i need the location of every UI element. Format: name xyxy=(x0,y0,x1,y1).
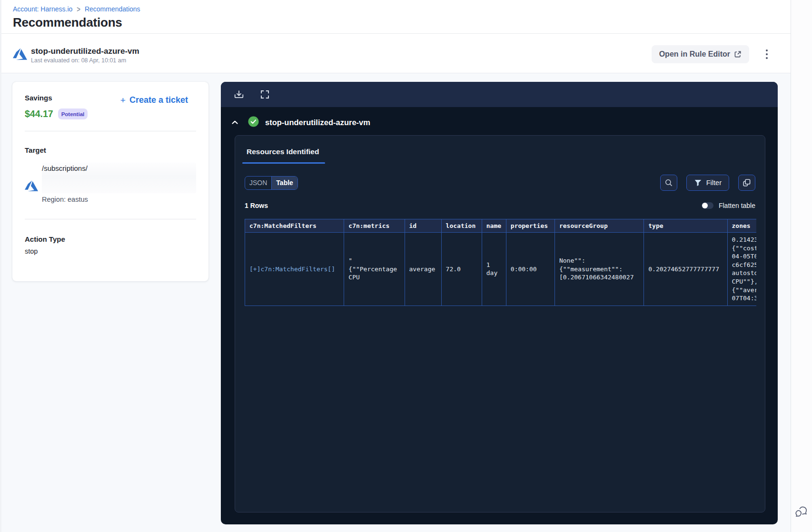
target-region: Region: eastus xyxy=(41,196,196,203)
panel-rule-name: stop-underutilized-azure-vm xyxy=(265,118,370,127)
rule-header-strip: stop-underutilized-azure-vm Last evaluat… xyxy=(1,34,791,73)
chat-bubbles-icon xyxy=(795,506,808,518)
tab-resources-identified[interactable]: Resources Identified xyxy=(245,148,319,156)
cell-name: 1 day xyxy=(482,233,506,306)
open-in-rule-editor-button[interactable]: Open in Rule Editor xyxy=(652,45,749,63)
target-label: Target xyxy=(25,146,196,154)
rule-result-row: stop-underutilized-azure-vm xyxy=(231,116,778,129)
success-status xyxy=(248,116,259,129)
savings-row: Savings + Create a ticket xyxy=(25,94,196,105)
cell-type: 0.20274652777777777 xyxy=(644,233,727,306)
breadcrumb-account-link[interactable]: Account: Harness.io xyxy=(13,5,72,13)
savings-label: Savings xyxy=(25,94,52,102)
azure-target-icon xyxy=(25,179,38,193)
target-path: /subscriptions/ xyxy=(41,164,196,172)
chevron-up-icon xyxy=(231,119,238,126)
breadcrumb-separator-icon: > xyxy=(77,5,80,14)
rule-identity: stop-underutilized-azure-vm Last evaluat… xyxy=(13,45,139,62)
table-row: [+]c7n:MatchedFilters[] " {""Percentage … xyxy=(245,233,757,306)
cell-matchedfilters: [+]c7n:MatchedFilters[] xyxy=(245,233,344,306)
copy-button[interactable] xyxy=(738,175,755,191)
rule-name: stop-underutilized-azure-vm xyxy=(31,47,139,56)
rule-last-evaluated: Last evaluated on: 08 Apr, 10:01 am xyxy=(31,57,139,64)
savings-card: Savings + Create a ticket $44.17 Potenti… xyxy=(12,82,208,281)
external-link-icon xyxy=(734,50,742,58)
cell-resourcegroup: None"": {""measurement"": [0.20671066342… xyxy=(555,233,644,306)
rows-summary: 1 Rows Flatten table xyxy=(245,202,755,209)
cell-metrics: " {""Percentage CPU xyxy=(344,233,405,306)
fullscreen-button[interactable] xyxy=(259,89,270,100)
panel-toolbar xyxy=(221,82,778,107)
divider xyxy=(25,219,196,219)
col-id: id xyxy=(405,219,441,233)
right-gutter xyxy=(791,0,812,532)
chat-help-button[interactable] xyxy=(795,506,808,518)
savings-amount: $44.17 xyxy=(25,108,53,119)
breadcrumb-recommendations-link[interactable]: Recommendations xyxy=(85,5,140,13)
page-title: Recommendations xyxy=(13,15,791,30)
col-location: location xyxy=(441,219,482,233)
tabs: Resources Identified xyxy=(245,148,755,164)
cell-properties: 0:00:00 xyxy=(506,233,555,306)
table-header-row: c7n:MatchedFilters c7n:metrics id locati… xyxy=(245,219,757,233)
create-ticket-button[interactable]: + Create a ticket xyxy=(120,95,188,105)
kebab-dot xyxy=(766,53,768,56)
action-type-value: stop xyxy=(25,247,196,255)
cell-id: average xyxy=(405,233,441,306)
rule-title-block: stop-underutilized-azure-vm Last evaluat… xyxy=(31,47,139,64)
kebab-dot xyxy=(766,57,768,59)
col-name: name xyxy=(482,219,506,233)
main-column: Account: Harness.io > Recommendations Re… xyxy=(0,0,791,532)
table-controls: JSON Table xyxy=(245,175,755,191)
view-json-button[interactable]: JSON xyxy=(245,177,271,189)
top-header: Account: Harness.io > Recommendations Re… xyxy=(1,0,791,34)
results-table: c7n:MatchedFilters c7n:metrics id locati… xyxy=(245,219,756,306)
kebab-dot xyxy=(766,49,768,52)
filter-button[interactable]: Filter xyxy=(686,175,729,191)
rows-count: 1 Rows xyxy=(245,202,268,209)
copy-icon xyxy=(742,178,752,187)
page: Account: Harness.io > Recommendations Re… xyxy=(0,0,812,532)
create-ticket-label: Create a ticket xyxy=(129,95,188,105)
col-c7n-matchedfilters: c7n:MatchedFilters xyxy=(245,219,344,233)
fullscreen-icon xyxy=(260,89,270,99)
results-table-container[interactable]: c7n:MatchedFilters c7n:metrics id locati… xyxy=(245,219,756,306)
search-icon xyxy=(664,178,673,187)
rule-output-panel: stop-underutilized-azure-vm Resources Id… xyxy=(221,82,778,524)
resources-panel: Resources Identified JSON Table xyxy=(235,135,765,512)
check-circle-icon xyxy=(248,116,259,127)
download-icon xyxy=(234,89,244,100)
plus-icon: + xyxy=(120,97,126,104)
open-in-rule-editor-label: Open in Rule Editor xyxy=(659,50,730,59)
content-area: Savings + Create a ticket $44.17 Potenti… xyxy=(1,73,791,532)
action-type-label: Action Type xyxy=(25,235,196,243)
col-c7n-metrics: c7n:metrics xyxy=(344,219,405,233)
flatten-label: Flatten table xyxy=(719,202,755,209)
search-button[interactable] xyxy=(660,175,677,191)
cell-location: 72.0 xyxy=(441,233,482,306)
cell-zones: 0.214236 {""cost 04-05T06 c6cf6256 autos… xyxy=(727,233,756,306)
azure-logo-icon xyxy=(13,47,27,61)
matchedfilters-expand-link[interactable]: [+]c7n:MatchedFilters[] xyxy=(249,266,335,273)
col-type: type xyxy=(644,219,727,233)
target-info: /subscriptions/ Region: eastus xyxy=(41,164,196,203)
col-resourcegroup: resourceGroup xyxy=(555,219,644,233)
filter-label: Filter xyxy=(706,179,722,187)
divider xyxy=(25,131,196,131)
flatten-control: Flatten table xyxy=(702,202,755,209)
filter-icon xyxy=(694,179,702,187)
savings-amount-row: $44.17 Potential xyxy=(25,108,196,119)
toggle-knob xyxy=(702,203,708,208)
rule-more-menu-button[interactable] xyxy=(762,49,771,60)
flatten-toggle[interactable] xyxy=(702,202,713,209)
breadcrumb: Account: Harness.io > Recommendations xyxy=(13,5,791,13)
active-tab-indicator xyxy=(242,162,325,164)
collapse-chevron-button[interactable] xyxy=(231,119,238,126)
col-zones: zones xyxy=(727,219,756,233)
potential-badge: Potential xyxy=(58,108,88,119)
col-properties: properties xyxy=(506,219,555,233)
download-button[interactable] xyxy=(234,89,244,100)
target-row: /subscriptions/ Region: eastus xyxy=(25,164,196,203)
view-mode-switch: JSON Table xyxy=(245,176,298,190)
view-table-button[interactable]: Table xyxy=(271,177,297,189)
